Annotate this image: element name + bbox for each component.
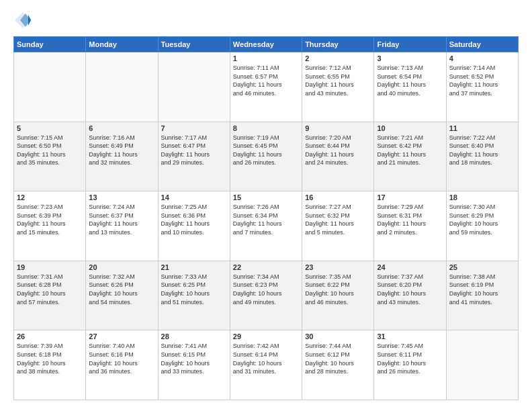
calendar-week-row: 1Sunrise: 7:11 AM Sunset: 6:57 PM Daylig… [14, 52, 519, 122]
table-row: 12Sunrise: 7:23 AM Sunset: 6:39 PM Dayli… [14, 191, 86, 261]
table-row [86, 52, 158, 122]
day-number: 4 [449, 54, 515, 62]
table-row: 3Sunrise: 7:13 AM Sunset: 6:54 PM Daylig… [374, 52, 446, 122]
day-number: 25 [449, 263, 515, 271]
day-number: 9 [305, 124, 371, 132]
day-info: Sunrise: 7:21 AM Sunset: 6:42 PM Dayligh… [377, 134, 443, 167]
day-info: Sunrise: 7:30 AM Sunset: 6:29 PM Dayligh… [449, 203, 515, 236]
table-row: 23Sunrise: 7:35 AM Sunset: 6:22 PM Dayli… [302, 261, 374, 330]
day-number: 27 [89, 332, 154, 340]
calendar-header-row: Sunday Monday Tuesday Wednesday Thursday… [14, 37, 519, 52]
day-info: Sunrise: 7:31 AM Sunset: 6:28 PM Dayligh… [17, 273, 83, 306]
table-row: 19Sunrise: 7:31 AM Sunset: 6:28 PM Dayli… [14, 261, 86, 330]
day-number: 26 [17, 332, 83, 340]
svg-marker-2 [28, 15, 31, 26]
calendar-week-row: 19Sunrise: 7:31 AM Sunset: 6:28 PM Dayli… [14, 261, 519, 330]
table-row: 20Sunrise: 7:32 AM Sunset: 6:26 PM Dayli… [86, 261, 158, 330]
day-number: 18 [449, 193, 515, 201]
day-number: 28 [161, 332, 227, 340]
day-number: 8 [233, 124, 299, 132]
header [13, 11, 519, 30]
table-row: 17Sunrise: 7:29 AM Sunset: 6:31 PM Dayli… [374, 191, 446, 261]
day-number: 19 [17, 263, 83, 271]
table-row: 13Sunrise: 7:24 AM Sunset: 6:37 PM Dayli… [86, 191, 158, 261]
table-row: 1Sunrise: 7:11 AM Sunset: 6:57 PM Daylig… [230, 52, 302, 122]
day-info: Sunrise: 7:26 AM Sunset: 6:34 PM Dayligh… [233, 203, 299, 236]
day-info: Sunrise: 7:15 AM Sunset: 6:50 PM Dayligh… [17, 134, 83, 167]
table-row [446, 330, 518, 400]
day-info: Sunrise: 7:12 AM Sunset: 6:55 PM Dayligh… [305, 64, 371, 97]
table-row: 24Sunrise: 7:37 AM Sunset: 6:20 PM Dayli… [374, 261, 446, 330]
day-info: Sunrise: 7:11 AM Sunset: 6:57 PM Dayligh… [233, 64, 299, 97]
col-friday: Friday [374, 37, 446, 52]
day-info: Sunrise: 7:41 AM Sunset: 6:15 PM Dayligh… [161, 342, 227, 375]
table-row: 18Sunrise: 7:30 AM Sunset: 6:29 PM Dayli… [446, 191, 518, 261]
day-info: Sunrise: 7:24 AM Sunset: 6:37 PM Dayligh… [89, 203, 154, 236]
day-info: Sunrise: 7:37 AM Sunset: 6:20 PM Dayligh… [377, 273, 443, 306]
day-number: 3 [377, 54, 443, 62]
calendar-week-row: 26Sunrise: 7:39 AM Sunset: 6:18 PM Dayli… [14, 330, 519, 400]
table-row: 7Sunrise: 7:17 AM Sunset: 6:47 PM Daylig… [158, 122, 230, 191]
table-row: 27Sunrise: 7:40 AM Sunset: 6:16 PM Dayli… [86, 330, 158, 400]
day-info: Sunrise: 7:33 AM Sunset: 6:25 PM Dayligh… [161, 273, 227, 306]
day-number: 30 [305, 332, 371, 340]
day-number: 10 [377, 124, 443, 132]
col-tuesday: Tuesday [158, 37, 230, 52]
day-info: Sunrise: 7:45 AM Sunset: 6:11 PM Dayligh… [377, 342, 443, 375]
day-number: 14 [161, 193, 227, 201]
day-info: Sunrise: 7:23 AM Sunset: 6:39 PM Dayligh… [17, 203, 83, 236]
table-row: 15Sunrise: 7:26 AM Sunset: 6:34 PM Dayli… [230, 191, 302, 261]
table-row: 28Sunrise: 7:41 AM Sunset: 6:15 PM Dayli… [158, 330, 230, 400]
day-info: Sunrise: 7:29 AM Sunset: 6:31 PM Dayligh… [377, 203, 443, 236]
col-thursday: Thursday [302, 37, 374, 52]
calendar-week-row: 12Sunrise: 7:23 AM Sunset: 6:39 PM Dayli… [14, 191, 519, 261]
day-info: Sunrise: 7:35 AM Sunset: 6:22 PM Dayligh… [305, 273, 371, 306]
table-row: 9Sunrise: 7:20 AM Sunset: 6:44 PM Daylig… [302, 122, 374, 191]
table-row: 6Sunrise: 7:16 AM Sunset: 6:49 PM Daylig… [86, 122, 158, 191]
day-info: Sunrise: 7:27 AM Sunset: 6:32 PM Dayligh… [305, 203, 371, 236]
table-row [158, 52, 230, 122]
table-row: 10Sunrise: 7:21 AM Sunset: 6:42 PM Dayli… [374, 122, 446, 191]
day-number: 1 [233, 54, 299, 62]
table-row: 14Sunrise: 7:25 AM Sunset: 6:36 PM Dayli… [158, 191, 230, 261]
day-number: 2 [305, 54, 371, 62]
table-row: 22Sunrise: 7:34 AM Sunset: 6:23 PM Dayli… [230, 261, 302, 330]
logo [13, 11, 35, 30]
day-info: Sunrise: 7:32 AM Sunset: 6:26 PM Dayligh… [89, 273, 154, 306]
day-number: 11 [449, 124, 515, 132]
day-number: 15 [233, 193, 299, 201]
col-wednesday: Wednesday [230, 37, 302, 52]
day-number: 29 [233, 332, 299, 340]
day-number: 24 [377, 263, 443, 271]
day-info: Sunrise: 7:44 AM Sunset: 6:12 PM Dayligh… [305, 342, 371, 375]
calendar-table: Sunday Monday Tuesday Wednesday Thursday… [13, 36, 519, 400]
day-info: Sunrise: 7:22 AM Sunset: 6:40 PM Dayligh… [449, 134, 515, 167]
day-number: 20 [89, 263, 154, 271]
table-row: 5Sunrise: 7:15 AM Sunset: 6:50 PM Daylig… [14, 122, 86, 191]
day-info: Sunrise: 7:25 AM Sunset: 6:36 PM Dayligh… [161, 203, 227, 236]
table-row: 21Sunrise: 7:33 AM Sunset: 6:25 PM Dayli… [158, 261, 230, 330]
day-number: 6 [89, 124, 154, 132]
day-number: 5 [17, 124, 83, 132]
day-info: Sunrise: 7:40 AM Sunset: 6:16 PM Dayligh… [89, 342, 154, 375]
calendar-week-row: 5Sunrise: 7:15 AM Sunset: 6:50 PM Daylig… [14, 122, 519, 191]
day-number: 13 [89, 193, 154, 201]
logo-icon [13, 11, 32, 30]
day-number: 23 [305, 263, 371, 271]
day-info: Sunrise: 7:17 AM Sunset: 6:47 PM Dayligh… [161, 134, 227, 167]
day-number: 7 [161, 124, 227, 132]
table-row: 26Sunrise: 7:39 AM Sunset: 6:18 PM Dayli… [14, 330, 86, 400]
day-number: 22 [233, 263, 299, 271]
day-info: Sunrise: 7:42 AM Sunset: 6:14 PM Dayligh… [233, 342, 299, 375]
day-number: 21 [161, 263, 227, 271]
table-row: 16Sunrise: 7:27 AM Sunset: 6:32 PM Dayli… [302, 191, 374, 261]
table-row: 30Sunrise: 7:44 AM Sunset: 6:12 PM Dayli… [302, 330, 374, 400]
day-info: Sunrise: 7:16 AM Sunset: 6:49 PM Dayligh… [89, 134, 154, 167]
day-number: 16 [305, 193, 371, 201]
day-info: Sunrise: 7:34 AM Sunset: 6:23 PM Dayligh… [233, 273, 299, 306]
table-row [14, 52, 86, 122]
day-info: Sunrise: 7:14 AM Sunset: 6:52 PM Dayligh… [449, 64, 515, 97]
table-row: 31Sunrise: 7:45 AM Sunset: 6:11 PM Dayli… [374, 330, 446, 400]
col-sunday: Sunday [14, 37, 86, 52]
day-number: 31 [377, 332, 443, 340]
